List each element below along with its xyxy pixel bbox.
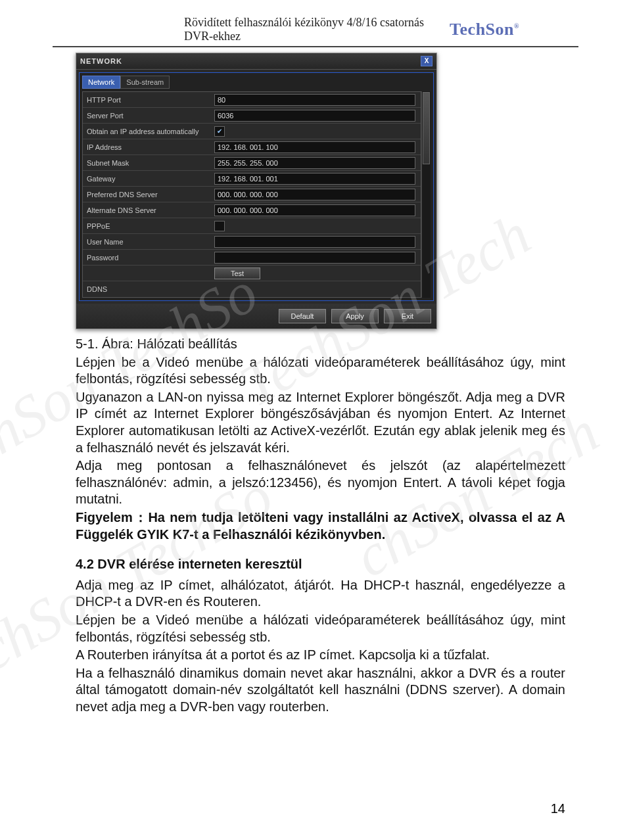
label-ip-address: IP Address xyxy=(83,143,214,151)
network-dialog: NETWORK X Network Sub-stream HTTP Port80… xyxy=(76,53,437,329)
input-alt-dns[interactable]: 000. 000. 000. 000 xyxy=(214,204,415,216)
apply-button[interactable]: Apply xyxy=(331,309,379,323)
tabs: Network Sub-stream xyxy=(82,76,431,89)
paragraph: Lépjen be a Videó menübe a hálózati vide… xyxy=(76,354,565,388)
checkbox-pppoe[interactable] xyxy=(214,221,225,231)
input-user-name[interactable] xyxy=(214,236,415,248)
input-subnet-mask[interactable]: 255. 255. 255. 000 xyxy=(214,157,415,169)
label-obtain-ip: Obtain an IP address automatically xyxy=(83,128,214,135)
logo: TechSon® xyxy=(450,20,519,39)
label-ddns: DDNS xyxy=(83,285,214,293)
scroll-thumb[interactable] xyxy=(423,92,430,164)
page-number: 14 xyxy=(551,801,565,816)
dialog-titlebar: NETWORK X xyxy=(76,53,436,70)
paragraph: Adja meg pontosan a felhasználónevet és … xyxy=(76,457,565,508)
figure-caption: 5-1. Ábra: Hálózati beállítás xyxy=(76,336,565,353)
input-pref-dns[interactable]: 000. 000. 000. 000 xyxy=(214,189,415,200)
label-server-port: Server Port xyxy=(83,112,214,120)
paragraph: Adja meg az IP címet, alhálózatot, átjár… xyxy=(76,577,565,611)
label-user-name: User Name xyxy=(83,238,214,246)
label-subnet-mask: Subnet Mask xyxy=(83,159,214,167)
input-gateway[interactable]: 192. 168. 001. 001 xyxy=(214,173,415,185)
exit-button[interactable]: Exit xyxy=(384,309,431,323)
header-title: Rövidített felhasználói kézikönyv 4/8/16… xyxy=(184,16,450,43)
label-alt-dns: Alternate DNS Server xyxy=(83,206,214,214)
test-button[interactable]: Test xyxy=(214,268,260,279)
form-panel: HTTP Port80 Server Port6036 Obtain an IP… xyxy=(82,91,421,298)
tab-substream[interactable]: Sub-stream xyxy=(120,76,170,89)
paragraph: Ugyanazon a LAN-on nyissa meg az Interne… xyxy=(76,389,565,456)
paragraph: Ha a felhasználó dinamikus domain nevet … xyxy=(76,665,565,716)
input-http-port[interactable]: 80 xyxy=(214,94,415,106)
checkbox-obtain-ip[interactable]: ✔ xyxy=(214,126,225,137)
tab-network[interactable]: Network xyxy=(82,76,120,89)
label-password: Password xyxy=(83,254,214,262)
label-gateway: Gateway xyxy=(83,175,214,183)
label-pref-dns: Preferred DNS Server xyxy=(83,191,214,198)
page-header: Rövidített felhasználói kézikönyv 4/8/16… xyxy=(53,0,578,47)
input-ip-address[interactable]: 192. 168. 001. 100 xyxy=(214,141,415,153)
paragraph-warning: Figyelem：Ha nem tudja letölteni vagy ins… xyxy=(76,509,565,543)
paragraph: Lépjen be a Videó menübe a hálózati vide… xyxy=(76,612,565,645)
body-content: 5-1. Ábra: Hálózati beállítás Lépjen be … xyxy=(76,336,565,715)
close-button[interactable]: X xyxy=(421,56,432,66)
dialog-footer: Default Apply Exit xyxy=(76,304,436,329)
label-http-port: HTTP Port xyxy=(83,96,214,104)
input-password[interactable] xyxy=(214,252,415,264)
paragraph: A Routerben irányítsa át a portot és az … xyxy=(76,647,565,664)
scrollbar[interactable] xyxy=(421,91,431,298)
section-heading: 4.2 DVR elérése interneten keresztül xyxy=(76,556,565,573)
dialog-title: NETWORK xyxy=(80,57,122,65)
input-server-port[interactable]: 6036 xyxy=(214,110,415,122)
default-button[interactable]: Default xyxy=(279,309,326,323)
label-pppoe: PPPoE xyxy=(83,222,214,230)
